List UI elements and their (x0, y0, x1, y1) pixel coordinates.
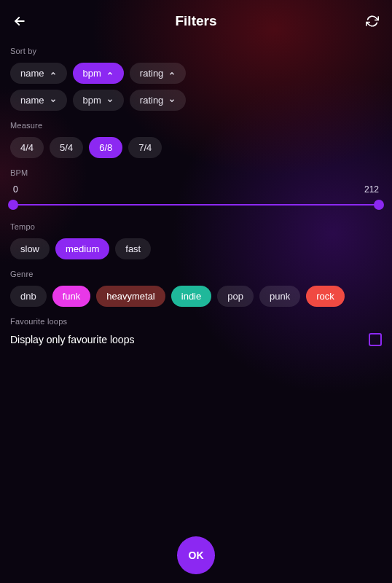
measure-section: Measure 4/4 5/4 6/8 7/4 (10, 121, 382, 158)
measure-4-4[interactable]: 4/4 (10, 137, 44, 158)
bpm-min-value: 0 (13, 184, 18, 195)
tempo-label: Tempo (10, 222, 382, 231)
measure-5-4[interactable]: 5/4 (50, 137, 83, 158)
genre-label: Genre (10, 270, 382, 278)
chevron-up-icon (50, 70, 57, 77)
page-title: Filters (175, 13, 216, 29)
bpm-slider-thumb-max[interactable] (374, 200, 384, 210)
sort-rating-asc[interactable]: rating (130, 63, 187, 84)
favourite-text: Display only favourite loops (10, 334, 134, 345)
sort-bpm-asc[interactable]: bpm (73, 63, 124, 84)
sortby-row-asc: name bpm rating (10, 63, 382, 84)
tempo-slow[interactable]: slow (10, 238, 50, 259)
ok-button[interactable]: OK (177, 536, 215, 574)
genre-pop[interactable]: pop (217, 286, 254, 307)
tempo-section: Tempo slow medium fast (10, 222, 382, 259)
tempo-medium[interactable]: medium (55, 238, 109, 259)
sortby-label: Sort by (10, 47, 382, 55)
bpm-section: BPM 0 212 (10, 168, 382, 212)
genre-punk[interactable]: punk (259, 286, 300, 307)
chevron-down-icon (168, 97, 176, 104)
bpm-max-value: 212 (364, 184, 379, 195)
chevron-down-icon (106, 97, 114, 104)
bpm-slider[interactable] (13, 197, 379, 212)
back-button[interactable] (12, 13, 28, 29)
genre-indie[interactable]: indie (171, 286, 211, 307)
sort-rating-desc[interactable]: rating (130, 90, 187, 111)
chevron-up-icon (168, 70, 176, 77)
sortby-row-desc: name bpm rating (10, 90, 382, 111)
bpm-label: BPM (10, 168, 382, 177)
genre-funk[interactable]: funk (52, 286, 91, 307)
measure-6-8[interactable]: 6/8 (89, 137, 122, 158)
favourite-checkbox[interactable] (369, 333, 382, 346)
sort-bpm-desc[interactable]: bpm (73, 90, 124, 111)
chevron-up-icon (106, 70, 114, 77)
favourite-label: Favourite loops (10, 317, 382, 326)
genre-section: Genre dnb funk heavymetal indie pop punk… (10, 270, 382, 307)
chevron-down-icon (50, 97, 57, 104)
bpm-slider-thumb-min[interactable] (8, 200, 18, 210)
genre-dnb[interactable]: dnb (10, 286, 47, 307)
favourite-section: Favourite loops Display only favourite l… (10, 317, 382, 346)
genre-heavymetal[interactable]: heavymetal (96, 286, 165, 307)
genre-rock[interactable]: rock (306, 286, 345, 307)
sortby-section: Sort by name bpm rating name bpm rating (10, 47, 382, 111)
sort-name-asc[interactable]: name (10, 63, 67, 84)
measure-7-4[interactable]: 7/4 (128, 137, 162, 158)
tempo-fast[interactable]: fast (115, 238, 151, 259)
measure-label: Measure (10, 121, 382, 130)
header: Filters (0, 0, 392, 39)
refresh-button[interactable] (364, 13, 380, 29)
sort-name-desc[interactable]: name (10, 90, 67, 111)
